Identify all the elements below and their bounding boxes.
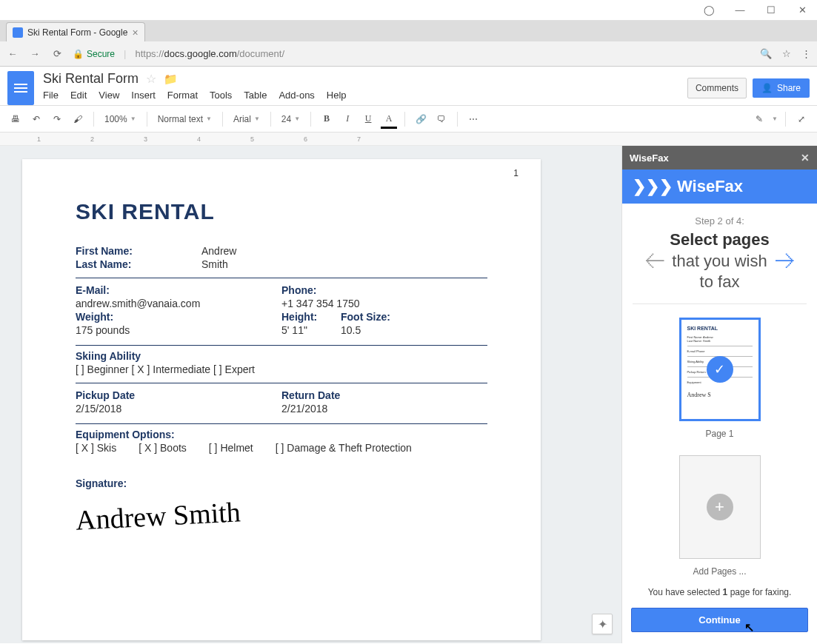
email-value: andrew.smith@vanaia.com (76, 298, 200, 309)
next-arrow-icon[interactable]: 🡢 (770, 249, 799, 273)
italic-button[interactable]: I (339, 111, 356, 127)
return-label: Return Date (281, 389, 407, 401)
browser-menu-icon[interactable]: ⋮ (801, 48, 811, 59)
document-title[interactable]: Ski Rental Form (43, 71, 139, 87)
lock-icon: 🔒 (73, 49, 84, 59)
maximize-button[interactable]: ☐ (761, 3, 781, 18)
zoom-icon[interactable]: 🔍 (760, 48, 772, 59)
expand-icon[interactable]: ⤢ (793, 111, 810, 127)
last-name-value: Smith (201, 258, 228, 270)
first-name-value: Andrew (201, 245, 236, 257)
print-icon[interactable]: 🖶 (7, 111, 24, 127)
more-icon[interactable]: ⋯ (465, 111, 481, 127)
menu-bar: File Edit View Insert Format Tools Table… (43, 90, 687, 105)
equipment-label: Equipment Options: (76, 429, 201, 440)
star-icon[interactable]: ☆ (146, 72, 156, 86)
menu-table[interactable]: Table (244, 90, 267, 101)
equip-boots: [ X ] Boots (139, 442, 187, 454)
browser-address-bar: ← → ⟳ 🔒 Secure | https://docs.google.com… (0, 41, 817, 67)
menu-view[interactable]: View (99, 90, 119, 101)
weight-value: 175 pounds (76, 324, 130, 336)
wisefax-logo-icon: ❯❯❯ (633, 177, 673, 196)
add-pages-label: Add Pages ... (693, 566, 746, 577)
close-window-button[interactable]: ✕ (792, 3, 813, 18)
selected-check-icon: ✓ (707, 356, 733, 383)
menu-file[interactable]: File (43, 90, 59, 101)
form-heading: SKI RENTAL (76, 199, 487, 224)
style-dropdown[interactable]: Normal text▼ (155, 114, 215, 124)
add-pages-tile[interactable]: + (679, 455, 761, 559)
wisefax-brand: ❯❯❯ WiseFax (622, 170, 817, 204)
text-color-button[interactable]: A (381, 111, 397, 127)
font-dropdown[interactable]: Arial▼ (230, 114, 263, 124)
pickup-value: 2/15/2018 (76, 403, 121, 415)
url-text[interactable]: https://docs.google.com/document/ (135, 48, 751, 59)
foot-value: 10.5 (341, 324, 361, 336)
phone-value: +1 347 354 1750 (281, 298, 360, 309)
explore-button[interactable]: ✦ (592, 614, 613, 634)
undo-icon[interactable]: ↶ (28, 111, 44, 127)
paint-format-icon[interactable]: 🖌 (70, 111, 86, 127)
docs-favicon-icon (13, 27, 23, 38)
tab-close-icon[interactable]: × (132, 27, 138, 38)
account-icon[interactable]: ◯ (698, 3, 719, 18)
secure-badge: 🔒 Secure (73, 49, 115, 59)
height-label: Height: (281, 311, 341, 323)
thumbnail-label: Page 1 (705, 429, 733, 439)
browser-tab[interactable]: Ski Rental Form - Google × (6, 22, 145, 41)
menu-edit[interactable]: Edit (70, 90, 87, 101)
phone-label: Phone: (281, 284, 316, 296)
continue-button[interactable]: Continue ↖ (631, 608, 808, 632)
zoom-dropdown[interactable]: 100%▼ (101, 114, 139, 124)
cursor-icon: ↖ (744, 620, 754, 634)
menu-help[interactable]: Help (327, 90, 347, 101)
bold-button[interactable]: B (319, 111, 335, 127)
brand-text: WiseFax (677, 177, 743, 196)
equip-damage: [ ] Damage & Theft Protection (276, 442, 412, 454)
underline-button[interactable]: U (360, 111, 376, 127)
forward-button[interactable]: → (28, 48, 41, 59)
share-button[interactable]: 👤 Share (753, 78, 810, 98)
page-thumbnail-1[interactable]: SKI RENTAL First Name: AndrewLast Name: … (679, 318, 761, 421)
window-titlebar: ◯ — ☐ ✕ (0, 0, 817, 21)
prev-arrow-icon[interactable]: 🡠 (640, 249, 670, 273)
document-canvas[interactable]: 1 SKI RENTAL First Name:Andrew Last Name… (0, 146, 621, 643)
bookmark-star-icon[interactable]: ☆ (782, 48, 791, 59)
weight-label: Weight: (76, 311, 113, 323)
equip-helmet: [ ] Helmet (209, 442, 253, 454)
docs-logo-icon[interactable] (7, 71, 34, 105)
fontsize-dropdown[interactable]: 24▼ (279, 114, 303, 124)
ability-options: [ ] Beginner [ X ] Intermediate [ ] Expe… (76, 363, 487, 375)
return-value: 2/21/2018 (281, 403, 327, 415)
height-value: 5' 11" (281, 324, 341, 336)
editing-mode-icon[interactable]: ✎ (751, 111, 767, 127)
link-icon[interactable]: 🔗 (413, 111, 429, 127)
email-label: E-Mail: (76, 284, 110, 296)
redo-icon[interactable]: ↷ (49, 111, 65, 127)
folder-icon[interactable]: 📁 (164, 73, 178, 86)
docs-toolbar: 🖶 ↶ ↷ 🖌 100%▼ Normal text▼ Arial▼ 24▼ B … (0, 106, 817, 133)
plus-icon: + (707, 494, 733, 520)
back-button[interactable]: ← (6, 48, 19, 59)
menu-format[interactable]: Format (167, 90, 198, 101)
selection-summary: You have selected 1 page for faxing. (630, 587, 810, 597)
menu-tools[interactable]: Tools (210, 90, 232, 101)
docs-header: Ski Rental Form ☆ 📁 File Edit View Inser… (0, 67, 817, 106)
menu-addons[interactable]: Add-ons (279, 90, 314, 101)
page-number: 1 (513, 168, 518, 178)
step-message: Select pages that you wish to fax (670, 229, 770, 293)
comment-icon[interactable]: 🗨 (433, 111, 450, 127)
comments-button[interactable]: Comments (687, 78, 747, 98)
sidebar-close-icon[interactable]: ✕ (801, 152, 810, 164)
minimize-button[interactable]: — (730, 3, 750, 18)
foot-label: Foot Size: (341, 311, 390, 323)
signature-label: Signature: (76, 477, 201, 489)
reload-button[interactable]: ⟳ (50, 48, 64, 59)
menu-insert[interactable]: Insert (131, 90, 156, 101)
document-page[interactable]: 1 SKI RENTAL First Name:Andrew Last Name… (22, 159, 541, 640)
secure-label: Secure (87, 49, 115, 59)
addon-sidebar: WiseFax ✕ ❯❯❯ WiseFax Step 2 of 4: 🡠 Sel… (621, 146, 817, 643)
equip-skis: [ X ] Skis (76, 442, 116, 454)
pickup-label: Pickup Date (76, 389, 201, 401)
sidebar-title: WiseFax (630, 152, 669, 164)
